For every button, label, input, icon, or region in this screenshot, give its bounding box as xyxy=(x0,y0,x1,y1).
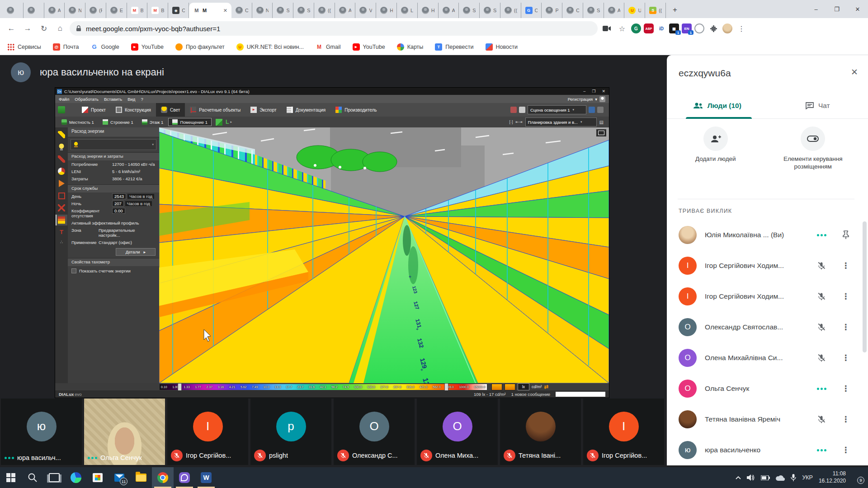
participant-row[interactable]: ІІгор Сергійович Ходим...⋮ xyxy=(667,250,862,281)
swap-units-icon[interactable]: ⇄ xyxy=(544,384,549,390)
scene-red-icon[interactable] xyxy=(510,107,517,113)
menu-item[interactable]: Вставить xyxy=(104,97,122,102)
view-grey-icon[interactable] xyxy=(597,107,604,113)
hidden-icons-chevron[interactable] xyxy=(736,476,741,479)
chrome-button[interactable] xyxy=(152,467,174,488)
menu-item[interactable]: Вид xyxy=(127,97,135,102)
participant-row[interactable]: Тетяна Іванівна Яреміч⋮ xyxy=(667,404,862,435)
rail-tools-button[interactable] xyxy=(56,202,67,213)
filmstrip-tile[interactable]: ІІгор Сергійов... xyxy=(167,399,248,465)
tab-chat[interactable]: Чат xyxy=(768,93,868,118)
reload-button[interactable]: ↻ xyxy=(37,22,51,35)
day-input[interactable]: 2543 xyxy=(112,193,126,199)
dialux-3d-viewport[interactable]: 123127131132129124 +++ xyxy=(159,127,609,383)
edge-button[interactable] xyxy=(65,467,87,488)
bookmark-item[interactable]: Карты xyxy=(397,43,424,51)
participant-row[interactable]: ООльга Сенчук⋮ xyxy=(667,373,862,404)
new-message-label[interactable]: 1 новое сообщение xyxy=(511,392,550,397)
cube-extension-icon[interactable]: ◼ 1 xyxy=(669,23,679,33)
participant-menu-kebab[interactable]: ⋮ xyxy=(835,291,856,301)
browser-tab[interactable]: A xyxy=(439,3,459,18)
minimize-button[interactable]: – xyxy=(806,0,826,18)
participant-menu-kebab[interactable]: ⋮ xyxy=(835,353,856,363)
browser-tab[interactable]: (( xyxy=(500,3,521,18)
bookmark-item[interactable]: Google xyxy=(91,43,119,51)
participant-menu-kebab[interactable]: ⋮ xyxy=(835,322,856,332)
browser-tab[interactable]: S xyxy=(583,3,604,18)
filmstrip-tile[interactable]: ppslight xyxy=(250,399,331,465)
grammarly-extension-icon[interactable]: G xyxy=(631,23,641,33)
view-blue-icon[interactable] xyxy=(589,107,595,113)
explorer-button[interactable] xyxy=(130,467,152,488)
browser-tab[interactable]: B xyxy=(127,3,148,18)
store-button[interactable] xyxy=(87,467,108,488)
search-button[interactable] xyxy=(22,467,43,488)
browser-tab[interactable]: N xyxy=(65,3,85,18)
browser-tab[interactable]: A xyxy=(44,3,65,18)
display-mode-icon[interactable] xyxy=(596,129,606,136)
id-extension-icon[interactable]: iD xyxy=(656,23,666,33)
participant-menu-kebab[interactable]: ⋮ xyxy=(835,261,856,271)
browser-tab[interactable]: L xyxy=(397,3,418,18)
dialux-register[interactable]: Регистрация ▾ xyxy=(568,96,605,102)
browser-tab[interactable]: N xyxy=(252,3,273,18)
en-extension-icon[interactable]: EN 1 xyxy=(682,23,692,33)
microphone-icon[interactable] xyxy=(791,474,796,481)
browser-menu-kebab-icon[interactable]: ⋮ xyxy=(735,22,748,35)
bookmark-item[interactable]: Сервисы xyxy=(7,43,41,51)
browser-tab[interactable]: E xyxy=(106,3,127,18)
browser-tab[interactable]: S xyxy=(273,3,293,18)
menu-item[interactable]: ? xyxy=(141,97,143,102)
adblock-extension-icon[interactable]: ABP xyxy=(644,23,654,33)
participant-menu-kebab[interactable]: ⋮ xyxy=(835,414,856,424)
browser-tab[interactable]: P xyxy=(542,3,562,18)
participant-row[interactable]: ООлександр Святослав...⋮ xyxy=(667,312,862,343)
browser-tab[interactable]: C xyxy=(168,3,189,18)
participant-row[interactable]: Юлія Миколаївна ... (Ви) xyxy=(667,220,862,250)
filmstrip-tile[interactable]: Ольга Сенчук xyxy=(84,399,165,465)
save-icon[interactable] xyxy=(58,106,65,113)
bookmark-item[interactable]: YouTube xyxy=(353,43,385,51)
profile-avatar[interactable] xyxy=(722,23,732,33)
lux-unit-button[interactable]: lx xyxy=(518,383,529,390)
browser-tab-active[interactable]: M✕ xyxy=(189,3,231,18)
rail-dots-button[interactable]: ∴ xyxy=(56,239,67,250)
volume-icon[interactable] xyxy=(747,474,755,481)
browser-tab[interactable]: B xyxy=(147,3,168,18)
browser-tab[interactable]: A xyxy=(335,3,356,18)
bookmark-item[interactable]: YouTube xyxy=(131,43,164,51)
participant-menu-kebab[interactable]: ⋮ xyxy=(835,384,856,394)
ribbon-tab-construction[interactable]: Конструкция xyxy=(111,103,156,117)
host-controls-button[interactable]: Елементи керування розміщенням xyxy=(764,127,862,171)
participant-row[interactable]: ююра васильченко⋮ xyxy=(667,435,862,465)
dialux-close-button[interactable]: ✕ xyxy=(602,89,605,94)
selection-frame-icon[interactable]: [·] xyxy=(509,120,513,124)
panel-scrollbar[interactable] xyxy=(863,221,867,352)
bookmark-item[interactable]: Gmail xyxy=(316,43,341,51)
filmstrip-tile[interactable]: ююра васильч... xyxy=(1,399,82,465)
rail-lamp-button[interactable] xyxy=(56,129,67,140)
browser-tab[interactable]: S xyxy=(459,3,480,18)
maximize-button[interactable]: ❐ xyxy=(826,0,847,18)
breadcrumb-site[interactable]: Местность 1 xyxy=(58,118,98,126)
close-button[interactable]: ✕ xyxy=(847,0,868,18)
tab-people[interactable]: Люди (10) xyxy=(667,93,768,118)
ring-extension-icon[interactable] xyxy=(694,23,704,33)
task-view-button[interactable] xyxy=(43,467,65,488)
browser-tab[interactable]: (( xyxy=(314,3,335,18)
breadcrumb-floor[interactable]: Этаж 1 xyxy=(138,118,167,126)
browser-tab[interactable]: C xyxy=(521,3,542,18)
ribbon-tab-doc[interactable]: Документация xyxy=(282,103,331,117)
url-bar[interactable]: meet.google.com/pxm-vyoc-bqb?authuser=1 xyxy=(70,21,598,36)
camera-indicator-icon[interactable] xyxy=(600,22,613,35)
rail-speaker-button[interactable] xyxy=(56,178,67,189)
forward-button[interactable]: → xyxy=(21,22,34,35)
green-cube-icon[interactable] xyxy=(216,119,222,126)
green-angle-icon[interactable]: L xyxy=(226,119,229,125)
falsecolor-swatch-1[interactable] xyxy=(491,384,502,390)
keyboard-icon[interactable]: ▤ xyxy=(599,120,604,125)
browser-tab[interactable] xyxy=(3,3,24,18)
rail-energy-button[interactable] xyxy=(56,215,67,225)
browser-tab[interactable]: S xyxy=(293,3,314,18)
night-input[interactable]: 207 xyxy=(112,201,124,206)
